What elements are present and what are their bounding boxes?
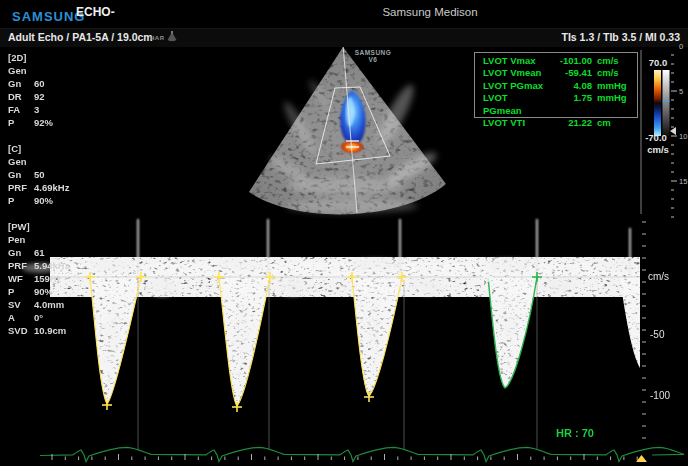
result-row: LVOT Vmax-101.00cm/s — [483, 55, 631, 67]
exam-preset[interactable]: Adult Echo / PA1-5A / 19.0cm — [8, 31, 153, 43]
param-value — [34, 233, 70, 246]
param-value: 159Hz — [34, 272, 70, 285]
ecg-strip — [40, 447, 684, 462]
param-value — [34, 64, 70, 77]
param-label: Gen — [8, 64, 34, 77]
color-scale-min: -70.0 — [636, 132, 676, 143]
caliper-marker[interactable] — [102, 400, 112, 410]
param-label: Pen — [8, 233, 34, 246]
result-unit: cm/s — [592, 55, 631, 67]
color-scale-max: 70.0 — [640, 57, 676, 68]
spectral-tick-50: -50 — [650, 329, 664, 340]
sidebar-section-header: [PW] — [8, 220, 70, 233]
sidebar-row: Gen — [8, 155, 70, 168]
depth-label: 10 — [679, 132, 687, 141]
harmonic-badge: HAR — [150, 35, 165, 41]
sidebar-section: [PW]PenGn61PRF5.94kHzWF159HzP90%SV4.0mmA… — [8, 220, 70, 337]
result-value: -101.00 — [548, 55, 592, 67]
sidebar-row: Gn50 — [8, 168, 70, 181]
param-label: P — [8, 116, 34, 129]
sidebar-row: P92% — [8, 116, 70, 129]
result-label: LVOT VTI — [483, 117, 548, 129]
result-label: LVOT Vmax — [483, 55, 548, 67]
param-label: SVD — [8, 324, 34, 337]
param-label: Gen — [8, 155, 34, 168]
result-value: -59.41 — [548, 67, 592, 79]
sidebar-section-header: [C] — [8, 142, 70, 155]
parameter-sidebar: [2D]GenGn60DR92FA3P92%[C]GenGn50PRF4.69k… — [8, 51, 70, 350]
depth-label: 15 — [679, 177, 687, 186]
result-row: LVOT VTI21.22cm — [483, 117, 631, 129]
sidebar-row: FA3 — [8, 103, 70, 116]
result-label: LVOT PGmax — [483, 80, 548, 92]
sidebar-row: SVD10.9cm — [8, 324, 70, 337]
ecg-trace — [40, 447, 684, 461]
measurement-results-box: LVOT Vmax-101.00cm/sLVOT Vmean-59.41cm/s… — [474, 52, 638, 118]
param-label: FA — [8, 103, 34, 116]
sidebar-row: Gn61 — [8, 246, 70, 259]
result-value: 4.08 — [548, 80, 592, 92]
probe-label: SAMSUNG V6 — [350, 49, 396, 63]
output-indices: TIs 1.3 / TIb 3.5 / MI 0.33 — [562, 31, 680, 43]
param-label: PRF — [8, 181, 34, 194]
sidebar-row: PRF5.94kHz — [8, 259, 70, 272]
param-value: 90% — [34, 285, 70, 298]
study-title: ECHO- — [76, 5, 115, 19]
gray-scale-bar — [663, 70, 670, 136]
sidebar-row: Gn60 — [8, 77, 70, 90]
param-value: 4.69kHz — [34, 181, 70, 194]
param-label: Gn — [8, 77, 34, 90]
caliper-marker[interactable] — [232, 402, 242, 412]
spectral-tick-100: -100 — [650, 390, 670, 401]
param-value: 92 — [34, 90, 70, 103]
result-value: 21.22 — [548, 117, 592, 129]
depth-label: 5 — [679, 87, 683, 96]
result-row: LVOT PGmean1.75mmHg — [483, 92, 631, 117]
sidebar-section: [2D]GenGn60DR92FA3P92% — [8, 51, 70, 129]
heart-rate-label: HR : 70 — [556, 427, 594, 439]
sidebar-row: WF159Hz — [8, 272, 70, 285]
time-ruler — [52, 454, 637, 460]
spectral-display — [22, 219, 646, 450]
param-label: Gn — [8, 168, 34, 181]
sidebar-row: Gen — [8, 64, 70, 77]
result-unit: mmHg — [592, 80, 631, 92]
result-row: LVOT Vmean-59.41cm/s — [483, 67, 631, 79]
caliper-marker[interactable] — [364, 392, 374, 402]
result-label: LVOT PGmean — [483, 92, 548, 117]
param-label: P — [8, 285, 34, 298]
param-label: DR — [8, 90, 34, 103]
sidebar-row: A0° — [8, 311, 70, 324]
sidebar-row: DR92 — [8, 90, 70, 103]
sidebar-row: P90% — [8, 194, 70, 207]
samsung-logo: SAMSUNG — [12, 9, 85, 24]
probe-icon — [166, 31, 178, 42]
probe-label-model: V6 — [350, 56, 396, 63]
color-scale-bar — [654, 70, 661, 136]
param-value: 10.9cm — [34, 324, 70, 337]
result-unit: mmHg — [592, 92, 631, 117]
sidebar-row: SV4.0mm — [8, 298, 70, 311]
sector-image — [249, 45, 446, 214]
param-value: 92% — [34, 116, 70, 129]
param-label: PRF — [8, 259, 34, 272]
param-value — [34, 155, 70, 168]
sidebar-section-header: [2D] — [8, 51, 70, 64]
param-value: 90% — [34, 194, 70, 207]
result-unit: cm — [592, 117, 631, 129]
param-value: 50 — [34, 168, 70, 181]
sidebar-row: PRF4.69kHz — [8, 181, 70, 194]
institution-name: Samsung Medison — [382, 6, 477, 18]
param-label: WF — [8, 272, 34, 285]
result-value: 1.75 — [548, 92, 592, 117]
depth-label: 0 — [679, 42, 683, 51]
spectral-unit: cm/s — [648, 271, 669, 282]
probe-label-brand: SAMSUNG — [350, 49, 396, 56]
sidebar-section: [C]GenGn50PRF4.69kHzP90% — [8, 142, 70, 207]
result-row: LVOT PGmax4.08mmHg — [483, 80, 631, 92]
param-label: A — [8, 311, 34, 324]
color-scale-unit: cm/s — [640, 144, 676, 155]
param-value: 61 — [34, 246, 70, 259]
velocity-ruler — [642, 222, 646, 438]
ultrasound-screen: SAMSUNG ECHO- Samsung Medison Adult Echo… — [0, 0, 688, 466]
